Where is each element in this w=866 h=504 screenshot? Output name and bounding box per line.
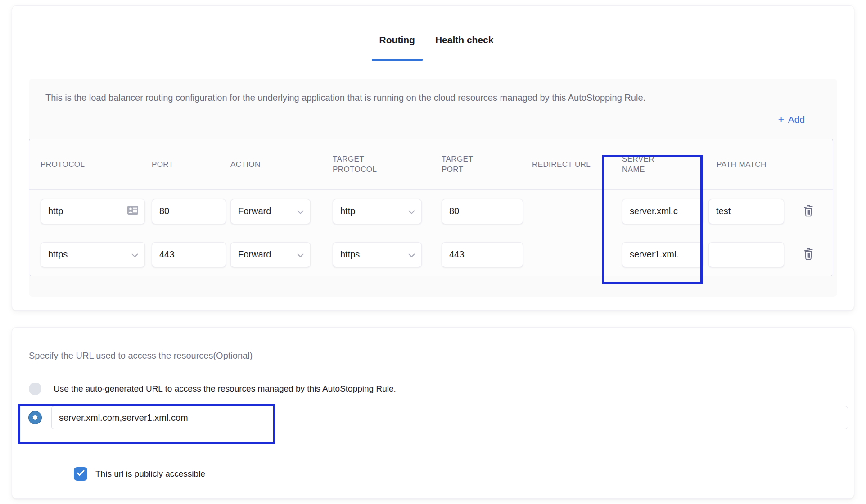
server-name-input-row1[interactable]: [622, 199, 703, 224]
plus-icon: +: [778, 115, 785, 124]
url-section-title: Specify the URL used to access the resou…: [12, 328, 854, 361]
delete-row-button-row2[interactable]: [802, 247, 815, 262]
auto-url-option: Use the auto-generated URL to access the…: [29, 382, 854, 395]
chevron-down-icon: [297, 206, 304, 216]
target-protocol-select-row2[interactable]: https: [333, 242, 422, 267]
target-protocol-select-row1[interactable]: http: [333, 199, 422, 224]
action-select-row2[interactable]: Forward: [230, 242, 311, 267]
path-match-input-row1[interactable]: [708, 199, 784, 224]
auto-url-label: Use the auto-generated URL to access the…: [54, 384, 396, 394]
delete-row-button-row1[interactable]: [802, 203, 815, 219]
routing-card: Routing Health check This is the load ba…: [12, 5, 854, 310]
header-redirect-url: REDIRECT URL: [523, 159, 604, 170]
target-port-input-row1[interactable]: [442, 199, 523, 224]
custom-url-input[interactable]: [51, 406, 848, 429]
id-card-icon: [127, 206, 138, 217]
custom-url-radio[interactable]: [29, 411, 41, 424]
publicly-accessible-checkbox[interactable]: [74, 467, 87, 481]
tab-health-check-label: Health check: [435, 35, 494, 45]
server-name-input-row2[interactable]: [622, 242, 703, 267]
header-target-protocol: TARGET PROTOCOL: [325, 154, 435, 175]
header-path-match: PATH MATCH: [703, 159, 784, 170]
trash-icon: [802, 203, 815, 219]
target-port-input-row2[interactable]: [442, 242, 523, 267]
tab-bar: Routing Health check: [12, 6, 854, 61]
header-action: ACTION: [226, 159, 325, 170]
tab-routing-label: Routing: [379, 35, 415, 45]
auto-url-radio[interactable]: [29, 382, 41, 395]
table-header-row: PROTOCOL PORT ACTION TARGET PROTOCOL TAR…: [29, 139, 833, 189]
tab-routing[interactable]: Routing: [372, 35, 423, 61]
path-match-input-row2[interactable]: [708, 242, 784, 267]
protocol-select-row1[interactable]: http: [41, 199, 145, 224]
port-input-row1[interactable]: [152, 199, 226, 224]
routing-config-panel: This is the load balancer routing config…: [29, 79, 837, 297]
table-row: https Forward: [29, 233, 833, 276]
protocol-value-row1: http: [48, 206, 63, 216]
action-value-row2: Forward: [238, 249, 271, 260]
target-protocol-value-row1: http: [340, 206, 355, 216]
tab-health-check[interactable]: Health check: [434, 35, 495, 61]
add-button[interactable]: + Add: [778, 114, 805, 125]
action-select-row1[interactable]: Forward: [230, 199, 311, 224]
header-port: PORT: [145, 159, 226, 170]
check-icon: [77, 470, 85, 478]
target-protocol-value-row2: https: [340, 249, 360, 260]
header-protocol: PROTOCOL: [29, 159, 145, 170]
port-input-row2[interactable]: [152, 242, 226, 267]
header-target-port: TARGET PORT: [435, 154, 523, 175]
chevron-down-icon: [131, 249, 138, 260]
add-row: + Add: [29, 114, 837, 130]
routing-table: PROTOCOL PORT ACTION TARGET PROTOCOL TAR…: [29, 139, 833, 276]
chevron-down-icon: [408, 249, 415, 260]
custom-url-option: [29, 406, 848, 429]
action-value-row1: Forward: [238, 206, 271, 216]
add-button-label: Add: [788, 114, 805, 125]
header-server-name: SERVER NAME: [604, 154, 703, 175]
table-row: http Forward: [29, 189, 833, 233]
access-url-card: Specify the URL used to access the resou…: [12, 327, 854, 499]
routing-description: This is the load balancer routing config…: [45, 90, 788, 105]
autostopping-routing-page: Routing Health check This is the load ba…: [0, 0, 866, 504]
trash-icon: [802, 247, 815, 262]
chevron-down-icon: [408, 206, 415, 216]
chevron-down-icon: [297, 249, 304, 260]
publicly-accessible-label: This url is publicly accessible: [95, 469, 205, 479]
public-access-row: This url is publicly accessible: [74, 467, 854, 481]
protocol-value-row2: https: [48, 249, 68, 260]
protocol-select-row2[interactable]: https: [41, 242, 145, 267]
